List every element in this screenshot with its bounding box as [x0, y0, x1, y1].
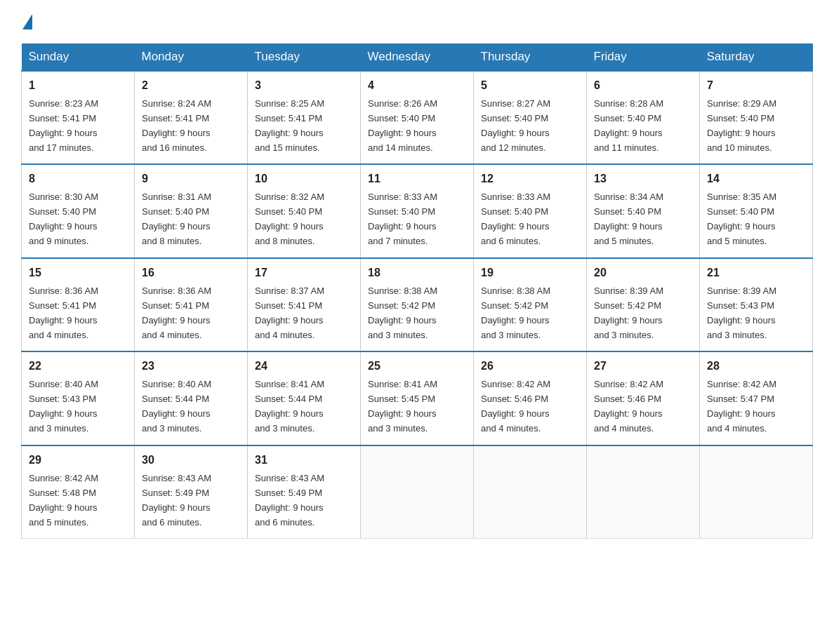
day-number: 27	[594, 358, 692, 375]
day-info: Sunrise: 8:36 AMSunset: 5:41 PMDaylight:…	[142, 286, 211, 340]
weekday-header-tuesday: Tuesday	[248, 43, 361, 71]
day-info: Sunrise: 8:28 AMSunset: 5:40 PMDaylight:…	[594, 98, 663, 153]
calendar-cell: 18 Sunrise: 8:38 AMSunset: 5:42 PMDaylig…	[361, 258, 474, 351]
day-number: 24	[255, 358, 353, 375]
calendar-week-row: 1 Sunrise: 8:23 AMSunset: 5:41 PMDayligh…	[22, 71, 813, 164]
day-info: Sunrise: 8:26 AMSunset: 5:40 PMDaylight:…	[368, 98, 437, 153]
calendar-cell: 10 Sunrise: 8:32 AMSunset: 5:40 PMDaylig…	[248, 164, 361, 257]
calendar-cell: 16 Sunrise: 8:36 AMSunset: 5:41 PMDaylig…	[135, 258, 248, 351]
day-number: 4	[368, 77, 466, 95]
day-info: Sunrise: 8:34 AMSunset: 5:40 PMDaylight:…	[594, 192, 663, 246]
weekday-header-saturday: Saturday	[700, 43, 813, 71]
calendar-cell: 20 Sunrise: 8:39 AMSunset: 5:42 PMDaylig…	[587, 258, 700, 351]
day-number: 17	[255, 264, 353, 282]
day-info: Sunrise: 8:41 AMSunset: 5:44 PMDaylight:…	[255, 379, 324, 434]
day-number: 7	[707, 77, 805, 95]
day-info: Sunrise: 8:42 AMSunset: 5:46 PMDaylight:…	[481, 379, 550, 434]
calendar-cell: 9 Sunrise: 8:31 AMSunset: 5:40 PMDayligh…	[135, 164, 248, 257]
calendar-cell: 21 Sunrise: 8:39 AMSunset: 5:43 PMDaylig…	[700, 258, 813, 351]
day-number: 13	[594, 170, 692, 188]
day-info: Sunrise: 8:43 AMSunset: 5:49 PMDaylight:…	[142, 473, 211, 528]
day-info: Sunrise: 8:33 AMSunset: 5:40 PMDaylight:…	[481, 192, 550, 246]
day-number: 1	[29, 77, 127, 95]
calendar-week-row: 22 Sunrise: 8:40 AMSunset: 5:43 PMDaylig…	[22, 351, 813, 445]
weekday-header-row: SundayMondayTuesdayWednesdayThursdayFrid…	[22, 43, 813, 71]
day-info: Sunrise: 8:23 AMSunset: 5:41 PMDaylight:…	[29, 98, 98, 153]
day-number: 18	[368, 264, 466, 282]
day-number: 21	[707, 264, 805, 282]
day-info: Sunrise: 8:24 AMSunset: 5:41 PMDaylight:…	[142, 98, 211, 153]
day-number: 31	[255, 452, 353, 469]
day-info: Sunrise: 8:31 AMSunset: 5:40 PMDaylight:…	[142, 192, 211, 246]
day-info: Sunrise: 8:30 AMSunset: 5:40 PMDaylight:…	[29, 192, 98, 246]
calendar-cell: 19 Sunrise: 8:38 AMSunset: 5:42 PMDaylig…	[474, 258, 587, 351]
day-info: Sunrise: 8:35 AMSunset: 5:40 PMDaylight:…	[707, 192, 776, 246]
day-number: 3	[255, 77, 353, 95]
calendar-cell: 25 Sunrise: 8:41 AMSunset: 5:45 PMDaylig…	[361, 351, 474, 445]
day-number: 30	[142, 452, 240, 469]
day-number: 19	[481, 264, 579, 282]
calendar-cell: 17 Sunrise: 8:37 AMSunset: 5:41 PMDaylig…	[248, 258, 361, 351]
calendar-cell: 3 Sunrise: 8:25 AMSunset: 5:41 PMDayligh…	[248, 71, 361, 164]
day-info: Sunrise: 8:29 AMSunset: 5:40 PMDaylight:…	[707, 98, 776, 153]
day-info: Sunrise: 8:40 AMSunset: 5:44 PMDaylight:…	[142, 379, 211, 434]
day-number: 23	[142, 358, 240, 375]
day-number: 25	[368, 358, 466, 375]
calendar-cell: 15 Sunrise: 8:36 AMSunset: 5:41 PMDaylig…	[22, 258, 135, 351]
day-number: 20	[594, 264, 692, 282]
calendar-cell: 6 Sunrise: 8:28 AMSunset: 5:40 PMDayligh…	[587, 71, 700, 164]
day-info: Sunrise: 8:41 AMSunset: 5:45 PMDaylight:…	[368, 379, 437, 434]
calendar-cell: 28 Sunrise: 8:42 AMSunset: 5:47 PMDaylig…	[700, 351, 813, 445]
day-number: 14	[707, 170, 805, 188]
day-info: Sunrise: 8:25 AMSunset: 5:41 PMDaylight:…	[255, 98, 324, 153]
calendar-cell: 27 Sunrise: 8:42 AMSunset: 5:46 PMDaylig…	[587, 351, 700, 445]
calendar-cell: 23 Sunrise: 8:40 AMSunset: 5:44 PMDaylig…	[135, 351, 248, 445]
day-info: Sunrise: 8:33 AMSunset: 5:40 PMDaylight:…	[368, 192, 437, 246]
logo	[21, 14, 32, 31]
day-number: 5	[481, 77, 579, 95]
weekday-header-friday: Friday	[587, 43, 700, 71]
day-info: Sunrise: 8:27 AMSunset: 5:40 PMDaylight:…	[481, 98, 550, 153]
calendar-table: SundayMondayTuesdayWednesdayThursdayFrid…	[21, 43, 813, 539]
day-number: 12	[481, 170, 579, 188]
calendar-cell: 22 Sunrise: 8:40 AMSunset: 5:43 PMDaylig…	[22, 351, 135, 445]
calendar-cell: 30 Sunrise: 8:43 AMSunset: 5:49 PMDaylig…	[135, 445, 248, 539]
calendar-cell	[587, 445, 700, 539]
day-number: 2	[142, 77, 240, 95]
day-info: Sunrise: 8:39 AMSunset: 5:42 PMDaylight:…	[594, 286, 663, 340]
day-info: Sunrise: 8:42 AMSunset: 5:47 PMDaylight:…	[707, 379, 776, 434]
calendar-cell: 26 Sunrise: 8:42 AMSunset: 5:46 PMDaylig…	[474, 351, 587, 445]
day-number: 9	[142, 170, 240, 188]
day-info: Sunrise: 8:38 AMSunset: 5:42 PMDaylight:…	[481, 286, 550, 340]
day-info: Sunrise: 8:42 AMSunset: 5:46 PMDaylight:…	[594, 379, 663, 434]
calendar-cell: 4 Sunrise: 8:26 AMSunset: 5:40 PMDayligh…	[361, 71, 474, 164]
page-header	[21, 14, 813, 31]
day-number: 29	[29, 452, 127, 469]
calendar-week-row: 8 Sunrise: 8:30 AMSunset: 5:40 PMDayligh…	[22, 164, 813, 257]
calendar-cell: 2 Sunrise: 8:24 AMSunset: 5:41 PMDayligh…	[135, 71, 248, 164]
calendar-cell: 5 Sunrise: 8:27 AMSunset: 5:40 PMDayligh…	[474, 71, 587, 164]
day-number: 10	[255, 170, 353, 188]
day-number: 6	[594, 77, 692, 95]
day-number: 15	[29, 264, 127, 282]
calendar-cell: 12 Sunrise: 8:33 AMSunset: 5:40 PMDaylig…	[474, 164, 587, 257]
day-info: Sunrise: 8:39 AMSunset: 5:43 PMDaylight:…	[707, 286, 776, 340]
day-number: 11	[368, 170, 466, 188]
calendar-week-row: 29 Sunrise: 8:42 AMSunset: 5:48 PMDaylig…	[22, 445, 813, 539]
weekday-header-wednesday: Wednesday	[361, 43, 474, 71]
calendar-week-row: 15 Sunrise: 8:36 AMSunset: 5:41 PMDaylig…	[22, 258, 813, 351]
calendar-cell: 13 Sunrise: 8:34 AMSunset: 5:40 PMDaylig…	[587, 164, 700, 257]
day-info: Sunrise: 8:37 AMSunset: 5:41 PMDaylight:…	[255, 286, 324, 340]
day-info: Sunrise: 8:42 AMSunset: 5:48 PMDaylight:…	[29, 473, 98, 528]
calendar-cell	[474, 445, 587, 539]
calendar-cell: 31 Sunrise: 8:43 AMSunset: 5:49 PMDaylig…	[248, 445, 361, 539]
calendar-cell: 14 Sunrise: 8:35 AMSunset: 5:40 PMDaylig…	[700, 164, 813, 257]
calendar-cell	[361, 445, 474, 539]
day-info: Sunrise: 8:40 AMSunset: 5:43 PMDaylight:…	[29, 379, 98, 434]
calendar-cell: 7 Sunrise: 8:29 AMSunset: 5:40 PMDayligh…	[700, 71, 813, 164]
calendar-cell: 11 Sunrise: 8:33 AMSunset: 5:40 PMDaylig…	[361, 164, 474, 257]
day-number: 16	[142, 264, 240, 282]
day-info: Sunrise: 8:32 AMSunset: 5:40 PMDaylight:…	[255, 192, 324, 246]
day-number: 28	[707, 358, 805, 375]
day-number: 22	[29, 358, 127, 375]
